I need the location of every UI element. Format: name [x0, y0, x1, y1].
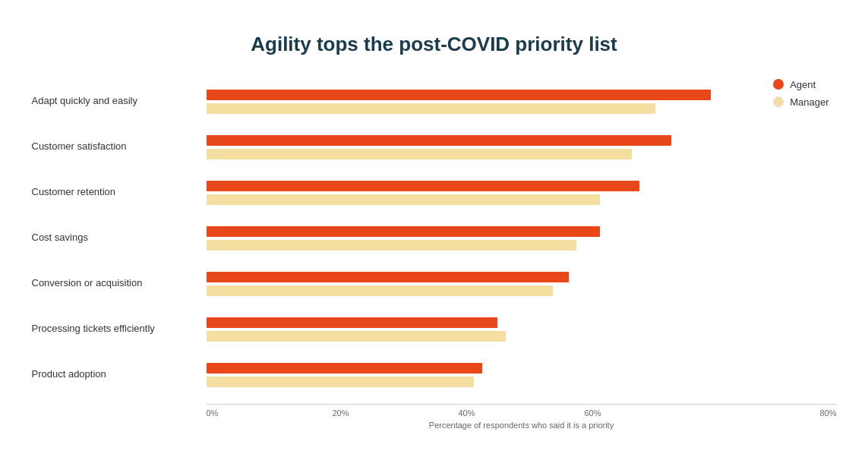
category-label: Customer satisfaction — [32, 125, 207, 170]
category-label: Processing tickets efficiently — [32, 307, 207, 352]
bar-group — [207, 125, 837, 170]
manager-bar-wrap — [207, 331, 837, 342]
agent-bar — [207, 363, 482, 374]
manager-bar-wrap — [207, 285, 837, 296]
category-label: Adapt quickly and easily — [32, 79, 207, 125]
agent-bar-wrap — [207, 317, 837, 328]
bar-group — [207, 170, 837, 216]
category-label: Cost savings — [32, 216, 207, 261]
chart-container: Agility tops the post-COVID priority lis… — [17, 10, 852, 445]
manager-bar — [207, 103, 655, 114]
bars-area — [207, 79, 837, 398]
manager-bar-wrap — [207, 240, 837, 251]
agent-bar-wrap — [207, 363, 837, 374]
agent-bar-wrap — [207, 226, 837, 237]
category-label: Conversion or acquisition — [32, 261, 207, 307]
bar-group — [207, 79, 837, 125]
agent-bar-wrap — [207, 181, 837, 191]
manager-bar — [207, 194, 601, 205]
agent-bar-wrap — [207, 135, 837, 146]
x-tick: 0% — [207, 408, 333, 418]
x-tick: 40% — [459, 408, 585, 418]
bar-group — [207, 307, 837, 352]
x-axis-label: Percentage of respondents who said it is… — [207, 421, 837, 430]
x-axis: 0%20%40%60%80% — [207, 404, 837, 418]
manager-bar — [207, 331, 506, 342]
agent-bar — [207, 90, 711, 100]
manager-bar-wrap — [207, 377, 837, 387]
manager-bar — [207, 149, 632, 159]
x-tick: 20% — [333, 408, 459, 418]
chart-area: Agent Manager Adapt quickly and easilyCu… — [32, 79, 837, 398]
agent-bar — [207, 317, 498, 328]
manager-bar — [207, 240, 577, 251]
category-labels: Adapt quickly and easilyCustomer satisfa… — [32, 79, 207, 398]
bar-group — [207, 261, 837, 307]
agent-bar-wrap — [207, 272, 837, 282]
agent-bar — [207, 135, 671, 146]
agent-bar — [207, 181, 640, 191]
agent-bar — [207, 272, 569, 282]
agent-bar — [207, 226, 601, 237]
x-tick: 60% — [585, 408, 711, 418]
bar-group — [207, 352, 837, 398]
x-tick: 80% — [711, 408, 837, 418]
manager-bar-wrap — [207, 149, 837, 159]
bar-group — [207, 216, 837, 261]
manager-bar — [207, 285, 554, 296]
category-label: Product adoption — [32, 352, 207, 398]
category-label: Customer retention — [32, 170, 207, 216]
manager-bar-wrap — [207, 194, 837, 205]
agent-bar-wrap — [207, 90, 837, 100]
chart-title: Agility tops the post-COVID priority lis… — [32, 33, 837, 56]
manager-bar — [207, 377, 475, 387]
manager-bar-wrap — [207, 103, 837, 114]
